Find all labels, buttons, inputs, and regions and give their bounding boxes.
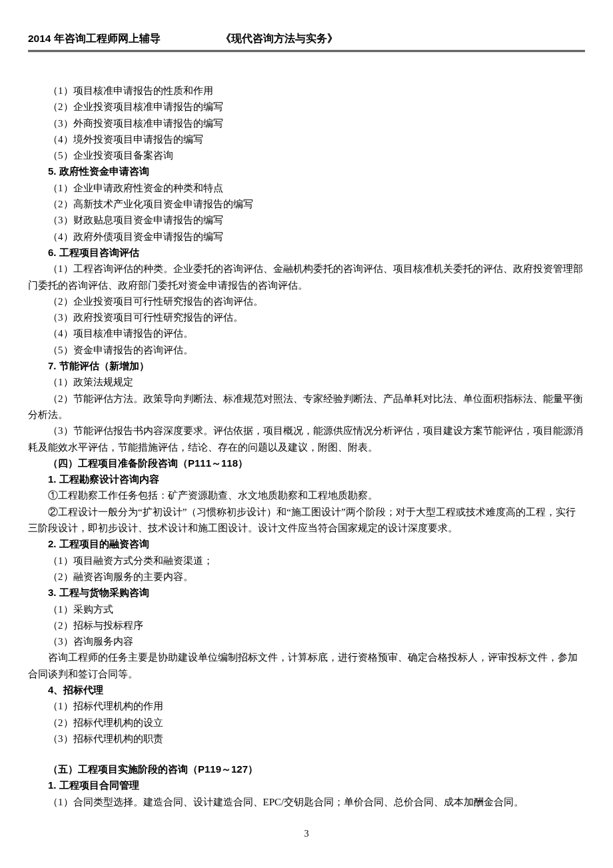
- body-line: （1）采购方式: [28, 601, 585, 617]
- header-right: 《现代咨询方法与实务》: [221, 32, 338, 46]
- page-header: 2014 年咨询工程师网上辅导 《现代咨询方法与实务》: [28, 32, 585, 50]
- heading-line: 1. 工程勘察设计咨询内容: [28, 471, 585, 487]
- body-line: （2）招标与投标程序: [28, 617, 585, 633]
- body-line: （2）企业投资项目可行性研究报告的咨询评估。: [28, 293, 585, 309]
- body-line: （5）企业投资项目备案咨询: [28, 147, 585, 163]
- body-line: （4）政府外债项目资金申请报告的编写: [28, 229, 585, 245]
- heading-line: 2. 工程项目的融资咨询: [28, 536, 585, 552]
- heading-line: 7. 节能评估（新增加）: [28, 358, 585, 374]
- header-left: 2014 年咨询工程师网上辅导: [28, 32, 161, 46]
- body-line: （1）政策法规规定: [28, 374, 585, 390]
- body-line: 咨询工程师的任务主要是协助建设单位编制招标文件，计算标底，进行资格预审、确定合格…: [28, 649, 585, 682]
- body-line: （3）财政贴息项目资金申请报告的编写: [28, 212, 585, 228]
- body-line: （3）外商投资项目核准申请报告的编写: [28, 115, 585, 131]
- body-line: （1）项目核准申请报告的性质和作用: [28, 83, 585, 99]
- body-line: （3）政府投资项目可行性研究报告的评估。: [28, 309, 585, 325]
- body-line: （3）节能评估报告书内容深度要求。评估依据，项目概况，能源供应情况分析评估，项目…: [28, 423, 585, 455]
- body-line: （1）工程咨询评估的种类。企业委托的咨询评估、金融机构委托的咨询评估、项目核准机…: [28, 261, 585, 293]
- heading-line: 6. 工程项目咨询评估: [28, 245, 585, 261]
- heading-line: （五）工程项目实施阶段的咨询（P119～127）: [28, 761, 585, 777]
- body-line: （3）咨询服务内容: [28, 633, 585, 649]
- page-number: 3: [28, 829, 585, 839]
- heading-line: 5. 政府性资金申请咨询: [28, 163, 585, 179]
- header-rule: [28, 50, 585, 52]
- heading-line: 4、招标代理: [28, 682, 585, 698]
- body-line: （1）招标代理机构的作用: [28, 698, 585, 714]
- body-line: （1）合同类型选择。建造合同、设计建造合同、EPC/交钥匙合同；单价合同、总价合…: [28, 794, 585, 810]
- body-line: （4）境外投资项目申请报告的编写: [28, 131, 585, 147]
- document-page: 2014 年咨询工程师网上辅导 《现代咨询方法与实务》 （1）项目核准申请报告的…: [0, 0, 613, 859]
- heading-line: （四）工程项目准备阶段咨询（P111～118）: [28, 455, 585, 471]
- body-line: （2）企业投资项目核准申请报告的编写: [28, 99, 585, 115]
- body-line: （2）招标代理机构的设立: [28, 715, 585, 731]
- body-line: （2）节能评估方法。政策导向判断法、标准规范对照法、专家经验判断法、产品单耗对比…: [28, 391, 585, 423]
- body-line: （3）招标代理机构的职责: [28, 731, 585, 747]
- body-line: （2）融资咨询服务的主要内容。: [28, 569, 585, 585]
- blank-line: [28, 747, 585, 761]
- body-line: （4）项目核准申请报告的评估。: [28, 325, 585, 341]
- body-line: ②工程设计一般分为“扩初设计”（习惯称初步设计）和“施工图设计”两个阶段；对于大…: [28, 504, 585, 537]
- body-line: （1）企业申请政府性资金的种类和特点: [28, 180, 585, 196]
- heading-line: 1. 工程项目合同管理: [28, 777, 585, 793]
- heading-line: 3. 工程与货物采购咨询: [28, 585, 585, 601]
- body-content: （1）项目核准申请报告的性质和作用（2）企业投资项目核准申请报告的编写（3）外商…: [28, 83, 585, 810]
- body-line: （1）项目融资方式分类和融资渠道；: [28, 553, 585, 569]
- body-line: ①工程勘察工作任务包括：矿产资源勘查、水文地质勘察和工程地质勘察。: [28, 487, 585, 503]
- body-line: （2）高新技术产业化项目资金申请报告的编写: [28, 196, 585, 212]
- body-line: （5）资金申请报告的咨询评估。: [28, 342, 585, 358]
